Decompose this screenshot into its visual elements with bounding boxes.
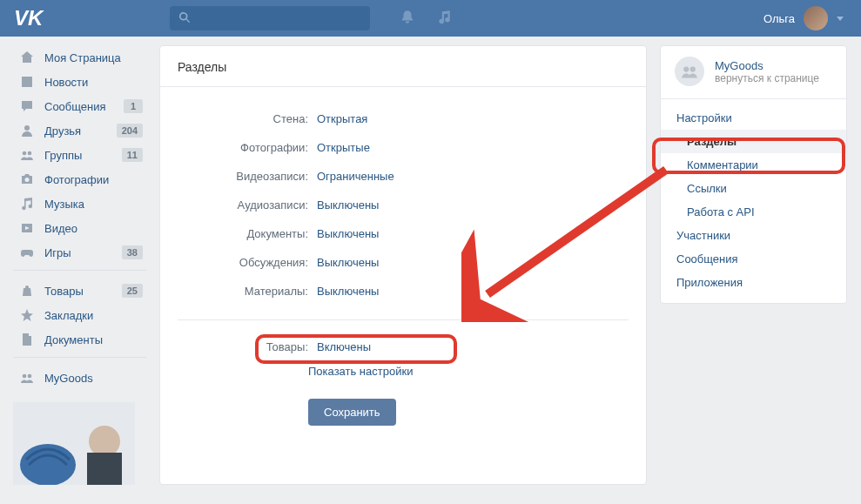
page-title: Разделы	[160, 46, 646, 87]
setting-label: Стена:	[178, 112, 317, 125]
sidebar-item-label: Фотографии	[44, 173, 109, 186]
right-menu-item[interactable]: Разделы	[661, 130, 846, 153]
sidebar-item-закладки[interactable]: Закладки	[13, 303, 146, 327]
sidebar-item-label: MyGoods	[44, 372, 93, 385]
sidebar-item-товары[interactable]: Товары25	[13, 279, 146, 303]
sidebar-item-label: Музыка	[44, 198, 84, 211]
chevron-down-icon	[837, 17, 844, 21]
badge: 1	[124, 99, 143, 113]
right-menu-item[interactable]: Участники	[661, 224, 846, 247]
right-menu-item[interactable]: Настройки	[661, 106, 846, 130]
sidebar-item-игры[interactable]: Игры38	[13, 240, 146, 265]
sidebar-item-label: Друзья	[44, 124, 81, 138]
group-icon	[18, 371, 36, 385]
sidebar-item-label: Товары	[44, 285, 84, 298]
top-header: VK Ольга	[0, 0, 861, 37]
search-icon	[178, 11, 191, 26]
products-label: Товары:	[178, 340, 317, 353]
game-icon	[18, 245, 36, 259]
news-icon	[18, 75, 36, 89]
setting-row: Документы:Выключены	[178, 219, 629, 248]
sidebar-item-сообщения[interactable]: Сообщения1	[13, 94, 146, 118]
sidebar-item-друзья[interactable]: Друзья204	[13, 118, 146, 143]
svg-point-3	[25, 178, 30, 182]
bag-icon	[18, 284, 36, 298]
sidebar-item-label: Моя Страница	[44, 51, 121, 64]
group-header[interactable]: MyGoods вернуться к странице	[661, 46, 846, 99]
badge: 25	[122, 284, 143, 298]
right-menu-item[interactable]: Работа с API	[661, 200, 846, 224]
svg-point-7	[89, 426, 120, 457]
show-settings-link[interactable]: Показать настройки	[308, 361, 646, 378]
setting-value[interactable]: Выключены	[317, 198, 379, 212]
sidebar-item-mygoods[interactable]: MyGoods	[13, 366, 146, 390]
setting-row: Материалы:Выключены	[178, 277, 629, 306]
badge: 204	[117, 124, 143, 138]
sidebar-item-видео[interactable]: Видео	[13, 216, 146, 240]
setting-value[interactable]: Выключены	[317, 256, 379, 269]
username: Ольга	[763, 12, 795, 25]
setting-row: Аудиозаписи:Выключены	[178, 191, 629, 219]
svg-point-0	[24, 125, 30, 131]
group-name: MyGoods	[715, 59, 819, 72]
notifications-icon[interactable]	[400, 10, 415, 28]
chat-icon	[18, 99, 36, 113]
right-menu-item[interactable]: Ссылки	[661, 177, 846, 200]
sidebar-item-label: Группы	[44, 149, 82, 162]
svg-point-5	[28, 374, 32, 379]
setting-value[interactable]: Открытая	[317, 112, 367, 125]
sidebar-promo-image[interactable]	[13, 402, 135, 485]
svg-point-2	[28, 151, 32, 156]
group-icon	[18, 148, 36, 162]
group-avatar-icon	[675, 57, 704, 86]
sidebar-item-label: Сообщения	[44, 100, 106, 113]
setting-label: Материалы:	[178, 285, 317, 298]
sidebar-item-фотографии[interactable]: Фотографии	[13, 167, 146, 192]
user-icon	[18, 124, 36, 138]
doc-icon	[18, 333, 36, 346]
setting-value[interactable]: Выключены	[317, 285, 379, 298]
star-icon	[18, 308, 36, 322]
svg-rect-8	[87, 453, 122, 485]
account-menu[interactable]: Ольга	[763, 6, 861, 30]
svg-point-4	[23, 374, 27, 379]
sidebar-item-моя-страница[interactable]: Моя Страница	[13, 45, 146, 70]
left-sidebar: Моя СтраницаНовостиСообщения1Друзья204Гр…	[13, 45, 146, 485]
sidebar-item-label: Игры	[44, 246, 71, 259]
sidebar-item-label: Видео	[44, 222, 77, 235]
sidebar-item-музыка[interactable]: Музыка	[13, 192, 146, 216]
sidebar-item-новости[interactable]: Новости	[13, 70, 146, 94]
setting-value[interactable]: Открытые	[317, 141, 370, 154]
sidebar-item-label: Документы	[44, 333, 103, 346]
setting-label: Документы:	[178, 227, 317, 240]
setting-label: Аудиозаписи:	[178, 198, 317, 212]
music-icon[interactable]	[436, 10, 452, 28]
setting-row: Фотографии:Открытые	[178, 133, 629, 162]
avatar	[804, 6, 828, 30]
setting-value[interactable]: Ограниченные	[317, 170, 394, 183]
sidebar-item-группы[interactable]: Группы11	[13, 143, 146, 167]
camera-icon	[18, 172, 36, 186]
vk-logo[interactable]: VK	[14, 6, 43, 30]
right-menu-item[interactable]: Приложения	[661, 271, 846, 294]
video-icon	[18, 221, 36, 235]
group-back-link: вернуться к странице	[715, 72, 819, 84]
setting-row: Обсуждения:Выключены	[178, 248, 629, 277]
svg-point-1	[23, 151, 27, 156]
search-input[interactable]	[170, 6, 370, 30]
setting-label: Видеозаписи:	[178, 170, 317, 183]
setting-label: Фотографии:	[178, 141, 317, 154]
sidebar-item-документы[interactable]: Документы	[13, 327, 146, 352]
products-value[interactable]: Включены	[317, 340, 371, 353]
setting-value[interactable]: Выключены	[317, 227, 379, 240]
settings-panel: Разделы Стена:ОткрытаяФотографии:Открыты…	[159, 45, 647, 485]
home-icon	[18, 50, 36, 64]
header-icons	[400, 10, 452, 28]
svg-point-11	[690, 66, 696, 71]
badge: 38	[122, 245, 143, 259]
music-icon	[18, 197, 36, 211]
setting-row: Стена:Открытая	[178, 104, 629, 133]
right-menu-item[interactable]: Комментарии	[661, 153, 846, 177]
save-button[interactable]: Сохранить	[308, 399, 396, 426]
right-menu-item[interactable]: Сообщения	[661, 247, 846, 271]
